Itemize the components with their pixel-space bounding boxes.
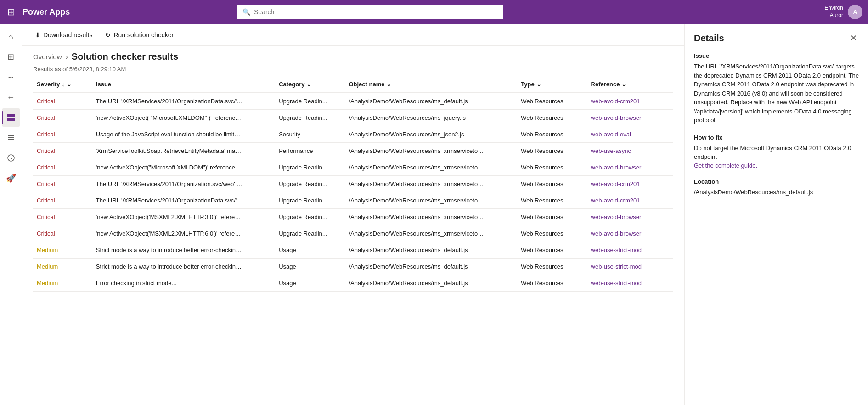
- table-row[interactable]: Medium Strict mode is a way to introduce…: [33, 242, 673, 259]
- ref-link-0[interactable]: web-avoid-crm201: [591, 98, 640, 105]
- details-issue-text: The URL '/XRMServices/2011/OrganizationD…: [694, 62, 859, 125]
- cell-type-10: Web Resources: [517, 259, 587, 275]
- cell-category-1: Upgrade Readin...: [275, 110, 345, 126]
- ref-link-4[interactable]: web-avoid-browser: [591, 164, 642, 171]
- cell-issue-6: The URL '/XRMServices/2011/OrganizationD…: [92, 192, 275, 209]
- avatar[interactable]: A: [848, 5, 862, 19]
- content-area: ⬇ Download results ↻ Run solution checke…: [22, 24, 684, 405]
- sidebar-item-history[interactable]: [2, 149, 20, 167]
- details-panel: Details ✕ Issue The URL '/XRMServices/20…: [684, 24, 868, 405]
- sidebar-item-more[interactable]: •••: [2, 68, 20, 86]
- table-row[interactable]: Critical The URL '/XRMServices/2011/Orga…: [33, 93, 673, 110]
- cell-issue-8: 'new ActiveXObject('MSXML2.XMLHTTP.6.0')…: [92, 225, 275, 242]
- svg-rect-3: [11, 118, 15, 121]
- run-checker-button[interactable]: ↻ Run solution checker: [100, 28, 179, 41]
- cell-objectname-10: /AnalysisDemo/WebResources/ms_default.js: [345, 259, 517, 275]
- search-icon: 🔍: [242, 8, 250, 16]
- cell-severity-5: Critical: [33, 176, 92, 192]
- sidebar-item-home[interactable]: ⌂: [2, 28, 20, 46]
- details-location-label: Location: [694, 178, 859, 185]
- sidebar-item-rocket[interactable]: 🚀: [2, 169, 20, 187]
- cell-category-6: Upgrade Readin...: [275, 192, 345, 209]
- cell-type-6: Web Resources: [517, 192, 587, 209]
- svg-rect-2: [7, 118, 11, 121]
- app-title: Power Apps: [23, 7, 70, 17]
- download-icon: ⬇: [35, 31, 40, 39]
- table-row[interactable]: Critical 'new ActiveXObject( "Microsoft.…: [33, 110, 673, 126]
- download-results-button[interactable]: ⬇ Download results: [29, 28, 98, 41]
- toolbar: ⬇ Download results ↻ Run solution checke…: [22, 24, 684, 46]
- cell-type-4: Web Resources: [517, 159, 587, 176]
- table-row[interactable]: Critical 'new ActiveXObject("Microsoft.X…: [33, 159, 673, 176]
- sidebar-item-back[interactable]: ←: [2, 88, 20, 107]
- details-location-section: Location /AnalysisDemo/WebResources/ms_d…: [694, 178, 859, 197]
- ref-link-2[interactable]: web-avoid-eval: [591, 131, 631, 138]
- cell-objectname-2: /AnalysisDemo/WebResources/ms_json2.js: [345, 126, 517, 143]
- details-header: Details ✕: [694, 31, 859, 45]
- col-header-objectname[interactable]: Object name ⌄: [345, 76, 517, 93]
- cell-issue-9: Strict mode is a way to introduce better…: [92, 242, 275, 259]
- details-close-button[interactable]: ✕: [848, 31, 859, 45]
- filter-icon-category[interactable]: ⌄: [306, 81, 311, 88]
- cell-severity-8: Critical: [33, 225, 92, 242]
- cell-category-0: Upgrade Readin...: [275, 93, 345, 110]
- sidebar-item-apps[interactable]: ⊞: [2, 48, 20, 66]
- cell-category-4: Upgrade Readin...: [275, 159, 345, 176]
- breadcrumb-overview[interactable]: Overview: [33, 53, 62, 61]
- table-row[interactable]: Critical The URL '/XRMServices/2011/Orga…: [33, 176, 673, 192]
- cell-objectname-3: /AnalysisDemo/WebResources/ms_xrmservice…: [345, 143, 517, 159]
- cell-objectname-7: /AnalysisDemo/WebResources/ms_xrmservice…: [345, 209, 517, 225]
- ref-link-3[interactable]: web-use-async: [591, 147, 631, 154]
- table-row[interactable]: Critical 'new ActiveXObject('MSXML2.XMLH…: [33, 209, 673, 225]
- cell-type-9: Web Resources: [517, 242, 587, 259]
- ref-link-6[interactable]: web-avoid-crm201: [591, 197, 640, 204]
- table-row[interactable]: Critical Usage of the JavaScript eval fu…: [33, 126, 673, 143]
- cell-severity-0: Critical: [33, 93, 92, 110]
- cell-category-11: Usage: [275, 275, 345, 292]
- cell-reference-9: web-use-strict-mod: [587, 242, 673, 259]
- details-guide-link[interactable]: Get the complete guide.: [694, 162, 757, 169]
- filter-icon-type[interactable]: ⌄: [536, 81, 541, 88]
- col-header-severity[interactable]: Severity ↓ ⌄: [33, 76, 92, 93]
- cell-type-8: Web Resources: [517, 225, 587, 242]
- top-nav: ⊞ Power Apps 🔍 Environ Auror A: [0, 0, 868, 24]
- col-header-reference[interactable]: Reference ⌄: [587, 76, 673, 93]
- table-row[interactable]: Critical 'XrmServiceToolkit.Soap.Retriev…: [33, 143, 673, 159]
- details-howtofix-text: Do not target the Microsoft Dynamics CRM…: [694, 144, 859, 162]
- col-header-issue[interactable]: Issue: [92, 76, 275, 93]
- ref-link-10[interactable]: web-use-strict-mod: [591, 263, 642, 270]
- ref-link-1[interactable]: web-avoid-browser: [591, 114, 642, 121]
- env-info: Environ Auror: [824, 5, 843, 19]
- ref-link-8[interactable]: web-avoid-browser: [591, 230, 642, 237]
- search-input[interactable]: [254, 8, 498, 16]
- table-row[interactable]: Critical 'new ActiveXObject('MSXML2.XMLH…: [33, 225, 673, 242]
- ref-link-9[interactable]: web-use-strict-mod: [591, 247, 642, 253]
- cell-issue-0: The URL '/XRMServices/2011/OrganizationD…: [92, 93, 275, 110]
- filter-icon-reference[interactable]: ⌄: [621, 81, 626, 88]
- table-row[interactable]: Medium Error checking in strict mode... …: [33, 275, 673, 292]
- table-row[interactable]: Critical The URL '/XRMServices/2011/Orga…: [33, 192, 673, 209]
- ref-link-11[interactable]: web-use-strict-mod: [591, 280, 642, 287]
- cell-severity-4: Critical: [33, 159, 92, 176]
- col-header-type[interactable]: Type ⌄: [517, 76, 587, 93]
- sidebar-item-solutions[interactable]: [2, 108, 20, 127]
- cell-issue-4: 'new ActiveXObject("Microsoft.XMLDOM")' …: [92, 159, 275, 176]
- cell-objectname-5: /AnalysisDemo/WebResources/ms_xrmservice…: [345, 176, 517, 192]
- sidebar-item-list[interactable]: [2, 129, 20, 147]
- cell-issue-1: 'new ActiveXObject( "Microsoft.XMLDOM" )…: [92, 110, 275, 126]
- right-area: Environ Auror A: [824, 5, 862, 19]
- grid-icon[interactable]: ⊞: [6, 5, 17, 19]
- ref-link-5[interactable]: web-avoid-crm201: [591, 180, 640, 187]
- cell-category-10: Usage: [275, 259, 345, 275]
- table-row[interactable]: Medium Strict mode is a way to introduce…: [33, 259, 673, 275]
- filter-icon-objectname[interactable]: ⌄: [386, 81, 391, 88]
- ref-link-7[interactable]: web-avoid-browser: [591, 214, 642, 220]
- cell-type-3: Web Resources: [517, 143, 587, 159]
- col-header-category[interactable]: Category ⌄: [275, 76, 345, 93]
- cell-issue-5: The URL '/XRMServices/2011/Organization.…: [92, 176, 275, 192]
- cell-objectname-11: /AnalysisDemo/WebResources/ms_default.js: [345, 275, 517, 292]
- table-header: Severity ↓ ⌄ Issue Categ: [33, 76, 673, 93]
- cell-issue-11: Error checking in strict mode...: [92, 275, 275, 292]
- page-header: Overview › Solution checker results Resu…: [22, 46, 684, 76]
- filter-icon-severity[interactable]: ⌄: [67, 81, 72, 88]
